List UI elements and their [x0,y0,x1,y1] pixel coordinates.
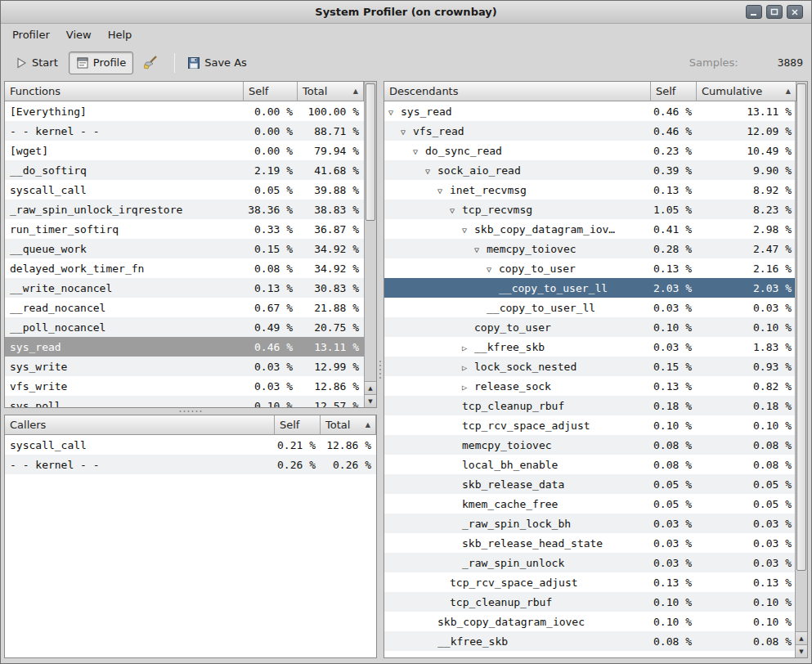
function-row[interactable]: - - kernel - -0.00 %88.71 % [5,121,364,141]
scroll-down-button[interactable]: ▼ [796,644,807,657]
pane-splitter-vertical[interactable] [377,81,384,658]
column-header-total[interactable]: Total ▲ [321,415,376,435]
column-header-descendants[interactable]: Descendants [384,82,651,101]
cell: 0.10 % [244,400,298,408]
descendant-tree-row[interactable]: ▽sock_aio_read0.39 %9.90 % [384,160,796,180]
cell: 0.13 % [651,380,697,393]
scroll-up-button[interactable]: ▲ [365,381,376,394]
descendant-tree-row[interactable]: ▽sys_read0.46 %13.11 % [384,101,796,121]
expander-open-icon[interactable]: ▽ [487,265,499,274]
column-header-functions[interactable]: Functions [5,82,244,101]
profile-toggle-button[interactable]: Profile [69,52,133,74]
function-row[interactable]: __read_nocancel0.67 %21.88 % [5,298,364,317]
cell: 0.03 % [244,361,298,373]
caller-row[interactable]: - - kernel - -0.26 %0.26 % [5,455,376,474]
function-row[interactable]: sys_read0.46 %13.11 % [5,337,364,357]
descendant-tree-row[interactable]: __copy_to_user_ll2.03 %2.03 % [384,278,796,298]
descendant-tree-row[interactable]: ▽tcp_recvmsg1.05 %8.23 % [384,200,796,219]
expander-open-icon[interactable]: ▽ [413,147,425,156]
descendant-tree-row[interactable]: tcp_cleanup_rbuf0.18 %0.18 % [384,396,796,415]
column-header-self[interactable]: Self [244,82,298,101]
cell: 2.03 % [697,282,796,294]
descendant-tree-row[interactable]: memcpy_toiovec0.08 %0.08 % [384,435,796,455]
expander-closed-icon[interactable]: ▷ [462,343,474,352]
descendant-tree-row[interactable]: skb_release_head_state0.03 %0.03 % [384,533,796,553]
menu-item-profiler[interactable]: Profiler [4,24,58,46]
column-header-total[interactable]: Total ▲ [298,82,364,101]
descendants-scrollbar[interactable]: ▲ ▼ [795,82,807,657]
expander-open-icon[interactable]: ▽ [401,128,413,137]
function-row[interactable]: vfs_write0.03 %12.86 % [5,376,364,396]
minimize-button[interactable] [746,5,762,19]
reset-button[interactable] [137,51,166,74]
function-row[interactable]: run_timer_softirq0.33 %36.87 % [5,219,364,239]
menu-item-help[interactable]: Help [100,24,141,46]
expander-open-icon[interactable]: ▽ [437,186,450,195]
column-header-self[interactable]: Self [275,415,321,435]
menu-item-view[interactable]: View [58,24,100,46]
function-row[interactable]: _raw_spin_unlock_irqrestore38.36 %38.83 … [5,200,364,219]
expander-open-icon[interactable]: ▽ [388,108,401,117]
function-row[interactable]: __poll_nocancel0.49 %20.75 % [5,317,364,337]
descendant-tree-row[interactable]: ▽do_sync_read0.23 %10.49 % [384,141,796,160]
function-row[interactable]: sys_poll0.10 %12.57 % [5,396,364,407]
close-button[interactable] [787,5,803,19]
expander-closed-icon[interactable]: ▷ [462,363,474,372]
expander-open-icon[interactable]: ▽ [474,245,487,254]
descendant-tree-row[interactable]: skb_copy_datagram_iovec0.10 %0.10 % [384,612,796,631]
cell: 0.10 % [651,596,697,608]
descendant-tree-row[interactable]: ▽memcpy_toiovec0.28 %2.47 % [384,239,796,258]
cell: 0.03 % [697,518,796,530]
expander-open-icon[interactable]: ▽ [425,167,437,176]
descendant-tree-row[interactable]: ▷lock_sock_nested0.15 %0.93 % [384,357,796,376]
descendant-tree-row[interactable]: copy_to_user0.10 %0.10 % [384,317,796,337]
column-header-callers[interactable]: Callers [5,415,275,435]
column-header-self[interactable]: Self [651,82,697,101]
descendant-tree-row[interactable]: skb_release_data0.05 %0.05 % [384,474,796,494]
function-row[interactable]: __do_softirq2.19 %41.68 % [5,160,364,180]
scrollbar-thumb[interactable] [796,83,806,571]
function-row[interactable]: syscall_call0.05 %39.88 % [5,180,364,200]
descendant-tree-row[interactable]: ▷__kfree_skb0.03 %1.83 % [384,337,796,357]
titlebar[interactable]: System Profiler (on crownbay) [1,1,811,24]
function-row[interactable]: [wget]0.00 %79.94 % [5,141,364,160]
function-row[interactable]: delayed_work_timer_fn0.08 %34.92 % [5,258,364,278]
descendant-tree-row[interactable]: kmem_cache_free0.05 %0.05 % [384,494,796,514]
cell: tcp_cleanup_rbuf [384,596,651,608]
cell: 0.03 % [651,557,697,569]
function-row[interactable]: [Everything]0.00 %100.00 % [5,101,364,121]
descendant-tree-row[interactable]: ▷release_sock0.13 %0.82 % [384,376,796,396]
descendant-tree-row[interactable]: __kfree_skb0.08 %0.08 % [384,631,796,651]
scrollbar-thumb[interactable] [366,83,375,221]
descendant-tree-row[interactable]: ▽vfs_read0.46 %12.09 % [384,121,796,141]
expander-closed-icon[interactable]: ▷ [462,383,474,392]
scroll-down-button[interactable]: ▼ [365,394,376,407]
descendant-tree-row[interactable]: _raw_spin_lock_bh0.03 %0.03 % [384,514,796,533]
pane-splitter-horizontal[interactable] [4,408,377,415]
descendant-tree-row[interactable]: tcp_rcv_space_adjust0.13 %0.13 % [384,572,796,592]
maximize-button[interactable] [766,5,783,19]
start-button[interactable]: Start [7,52,65,74]
column-header-cumulative[interactable]: Cumulative ▲ [697,82,796,101]
cell: 0.49 % [244,321,298,334]
functions-scrollbar[interactable]: ▲ ▼ [364,82,376,407]
descendant-tree-row[interactable]: tcp_rcv_space_adjust0.10 %0.10 % [384,415,796,435]
descendant-tree-row[interactable]: ▽inet_recvmsg0.13 %8.92 % [384,180,796,200]
function-row[interactable]: __write_nocancel0.13 %30.83 % [5,278,364,298]
caller-row[interactable]: syscall_call0.21 %12.86 % [5,435,376,455]
function-row[interactable]: __queue_work0.15 %34.92 % [5,239,364,258]
descendant-tree-row[interactable]: __copy_to_user_ll0.03 %0.03 % [384,298,796,317]
expander-open-icon[interactable]: ▽ [450,206,462,215]
cell: 0.10 % [651,321,697,334]
cell: memcpy_toiovec [384,439,651,451]
descendant-tree-row[interactable]: ▽skb_copy_datagram_iov…0.41 %2.98 % [384,219,796,239]
descendant-tree-row[interactable]: local_bh_enable0.08 %0.08 % [384,455,796,474]
descendant-tree-row[interactable]: _raw_spin_unlock0.03 %0.03 % [384,553,796,572]
descendant-tree-row[interactable]: tcp_cleanup_rbuf0.10 %0.10 % [384,592,796,612]
descendant-tree-row[interactable]: ▽copy_to_user0.13 %2.16 % [384,258,796,278]
save-as-button[interactable]: Save As [180,52,254,74]
expander-open-icon[interactable]: ▽ [462,226,474,235]
column-header-label: Total [325,419,350,431]
scroll-up-button[interactable]: ▲ [796,631,807,644]
function-row[interactable]: sys_write0.03 %12.99 % [5,357,364,376]
